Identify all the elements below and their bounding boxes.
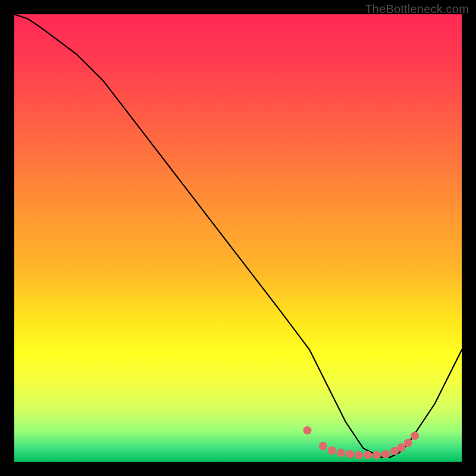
- curve-line: [14, 14, 462, 457]
- highlight-dot: [411, 431, 419, 440]
- highlight-dot: [328, 446, 336, 455]
- highlight-dot: [319, 442, 327, 450]
- highlight-dots-group: [303, 426, 419, 459]
- highlight-dot: [364, 451, 372, 459]
- highlight-dot: [346, 450, 354, 458]
- highlight-dot: [337, 449, 345, 457]
- plot-area: [14, 14, 462, 462]
- highlight-dot: [303, 426, 312, 434]
- chart-container: TheBottleneck.com: [0, 0, 476, 476]
- chart-overlay-svg: [14, 14, 462, 462]
- highlight-dot: [381, 450, 390, 458]
- highlight-dot: [404, 439, 412, 447]
- highlight-dot: [355, 451, 363, 459]
- watermark-signature: TheBottleneck.com: [365, 2, 469, 16]
- highlight-dot: [372, 451, 381, 459]
